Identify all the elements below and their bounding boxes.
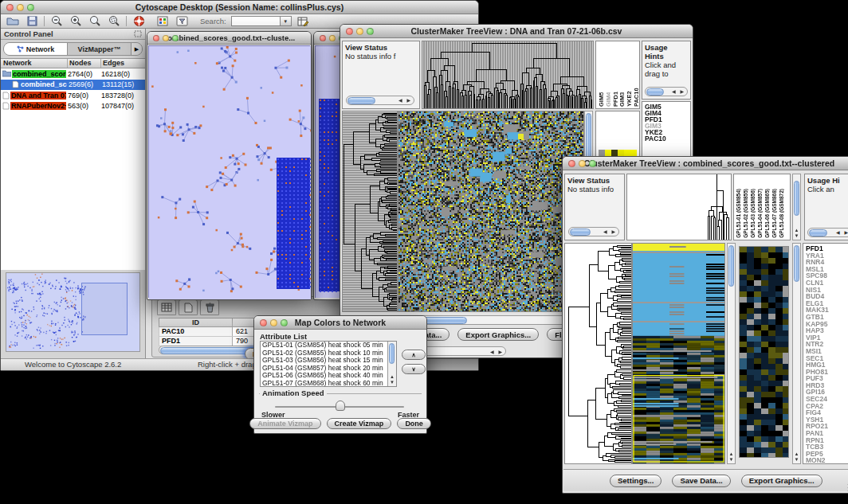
zoom-selected-icon[interactable] xyxy=(88,15,102,27)
column-label[interactable]: GPL51-04 (GSM857) xyxy=(757,189,763,238)
close-button[interactable] xyxy=(6,4,14,11)
save-icon[interactable] xyxy=(25,15,39,27)
minimize-button[interactable] xyxy=(356,28,363,35)
file-icon xyxy=(2,102,10,110)
tab-overflow-arrow[interactable]: ▶ xyxy=(131,43,142,55)
column-label[interactable]: GIM5 xyxy=(598,92,603,107)
column-dendrogram[interactable] xyxy=(422,41,594,109)
search-input[interactable] xyxy=(231,16,281,26)
export-graphics-button[interactable]: Export Graphics... xyxy=(741,475,822,487)
gene-row-labels: PFD1YRA1RNR4MSL1SPC98CLN1NIS1BUD4ELG1MAK… xyxy=(803,243,848,464)
gene-label[interactable]: PAC10 xyxy=(645,135,690,142)
gene-dendrogram[interactable] xyxy=(564,243,632,464)
birdseye-view[interactable] xyxy=(6,272,140,352)
column-label[interactable]: GPL51-01 (GSM854) xyxy=(736,189,741,238)
titlebar[interactable]: Map Colors to Network xyxy=(254,316,426,330)
help-icon[interactable] xyxy=(132,15,146,27)
export-graphics-button[interactable]: Export Graphics... xyxy=(457,328,539,341)
zoom-heatmap[interactable] xyxy=(739,246,789,458)
delete-attribute-icon[interactable] xyxy=(200,299,219,315)
column-label[interactable]: GPL51-08 (GSM872) xyxy=(779,189,784,238)
float-panel-icon[interactable] xyxy=(134,30,142,37)
gene-dendrogram[interactable] xyxy=(342,111,398,312)
labels-vscrollbar[interactable]: ▲▼ xyxy=(792,174,801,240)
minimize-button[interactable] xyxy=(579,160,586,167)
minimize-button[interactable] xyxy=(329,35,336,41)
save-data-button[interactable]: Save Data... xyxy=(672,475,730,487)
column-label[interactable]: GPL51-07 (GSM868) xyxy=(771,189,777,238)
zoom-out-icon[interactable] xyxy=(49,15,64,27)
select-attributes-icon[interactable] xyxy=(157,299,176,315)
zoom-vscrollbar[interactable]: ▲▼ xyxy=(792,243,801,464)
tab-vizmapper[interactable]: VizMapper™ xyxy=(68,43,131,55)
zoom-button[interactable] xyxy=(281,319,288,326)
table-row[interactable]: combined_scores_ 2764(0) 16218(0) xyxy=(1,68,145,80)
done-button[interactable]: Done xyxy=(397,418,431,429)
panel-hscrollbar[interactable]: ◀ ▶ xyxy=(568,227,619,236)
attribute-editor-icon[interactable] xyxy=(296,15,311,27)
create-vizmap-button[interactable]: Create Vizmap xyxy=(327,418,392,429)
zoom-button[interactable] xyxy=(27,4,34,11)
new-attribute-icon[interactable] xyxy=(179,299,198,315)
main-titlebar[interactable]: Cytoscape Desktop (Session Name: collins… xyxy=(1,1,478,14)
minimize-button[interactable] xyxy=(163,35,169,41)
close-button[interactable] xyxy=(260,319,267,326)
close-button[interactable] xyxy=(320,35,326,41)
table-row-selected[interactable]: combined_sco 2569(6) 13112(15) xyxy=(1,80,145,91)
heatmap-vscrollbar[interactable]: ▲▼ xyxy=(727,243,736,464)
animation-speed-slider-thumb[interactable] xyxy=(336,400,345,411)
column-label[interactable]: PAC10 xyxy=(633,88,638,107)
control-panel: Control Panel Network VizMapper™ ▶ Netwo… xyxy=(1,29,146,358)
panel-hscrollbar[interactable]: ◀ ▶ xyxy=(645,87,688,96)
col-id[interactable]: ID xyxy=(159,318,233,326)
col-network[interactable]: Network xyxy=(1,59,68,68)
search-dropdown-icon[interactable]: ▼ xyxy=(281,16,292,26)
column-dendrogram[interactable] xyxy=(626,174,732,240)
zoom-button[interactable] xyxy=(172,35,179,41)
column-label[interactable]: GPL51-03 (GSM856) xyxy=(750,189,756,238)
titlebar[interactable]: ClusterMaker TreeView : combined_scores_… xyxy=(563,157,848,170)
annotation-icon[interactable] xyxy=(175,15,189,27)
close-button[interactable] xyxy=(346,28,353,35)
zoom-button[interactable] xyxy=(589,160,596,167)
titlebar[interactable]: combined_scores_good.txt--cluste... xyxy=(147,32,311,45)
panel-hscrollbar[interactable]: ◀ ▶ xyxy=(807,228,848,237)
animate-vizmap-button[interactable]: Animate Vizmap xyxy=(249,418,320,429)
gene-label[interactable]: MON2 xyxy=(806,457,848,464)
move-down-button[interactable]: ∨ xyxy=(402,364,426,374)
attribute-list[interactable]: GPL51-01 (GSM854) heat shock 05 minGPL51… xyxy=(260,341,397,387)
list-vscrollbar[interactable]: ▲▼ xyxy=(387,342,396,386)
minimize-button[interactable] xyxy=(270,319,277,326)
table-row[interactable]: RNAPuberNov2+ 563(0) 107847(0) xyxy=(1,101,145,112)
panel-hscrollbar[interactable]: ◀ ▶ xyxy=(346,96,414,105)
column-label[interactable]: GIM4 xyxy=(605,92,610,107)
vizmapper-icon[interactable] xyxy=(155,15,170,27)
column-labels: GPL51-01 (GSM854)GPL51-02 (GSM855)GPL51-… xyxy=(733,174,791,240)
column-label[interactable]: GIM3 xyxy=(618,92,624,107)
settings-button[interactable]: Settings... xyxy=(610,475,662,487)
close-button[interactable] xyxy=(568,160,575,167)
usage-hints-text: Click an xyxy=(807,185,848,193)
global-heatmap[interactable] xyxy=(398,111,584,312)
zoom-fit-icon[interactable] xyxy=(107,15,121,27)
tab-network[interactable]: Network xyxy=(4,43,68,55)
network-canvas[interactable] xyxy=(148,45,310,298)
move-up-button[interactable]: ∧ xyxy=(402,350,426,360)
zoom-button[interactable] xyxy=(367,28,374,35)
column-label[interactable]: GPL51-02 (GSM855) xyxy=(743,189,748,238)
global-heatmap[interactable] xyxy=(632,243,725,464)
column-label[interactable]: PFD1 xyxy=(612,92,618,107)
col-edges[interactable]: Edges xyxy=(101,59,145,68)
col-nodes[interactable]: Nodes xyxy=(68,59,101,68)
column-label[interactable]: YKE2 xyxy=(626,91,631,107)
zoom-in-icon[interactable] xyxy=(69,15,83,27)
usage-hints-panel: Usage Hi Click an ◀ ▶ xyxy=(804,174,848,240)
open-file-icon[interactable] xyxy=(6,15,20,27)
attribute-item[interactable]: GPL51-07 (GSM868) heat shock 60 min xyxy=(261,380,396,387)
network-list-empty-area[interactable] xyxy=(1,111,145,270)
titlebar[interactable]: ClusterMaker TreeView : DNA and Tran 07-… xyxy=(340,25,693,38)
minimize-button[interactable] xyxy=(17,4,24,11)
column-label[interactable]: GPL51-06 (GSM865) xyxy=(764,189,770,238)
table-row[interactable]: DNA and Tran 07 769(0) 183728(0) xyxy=(1,90,145,101)
close-button[interactable] xyxy=(153,35,159,41)
